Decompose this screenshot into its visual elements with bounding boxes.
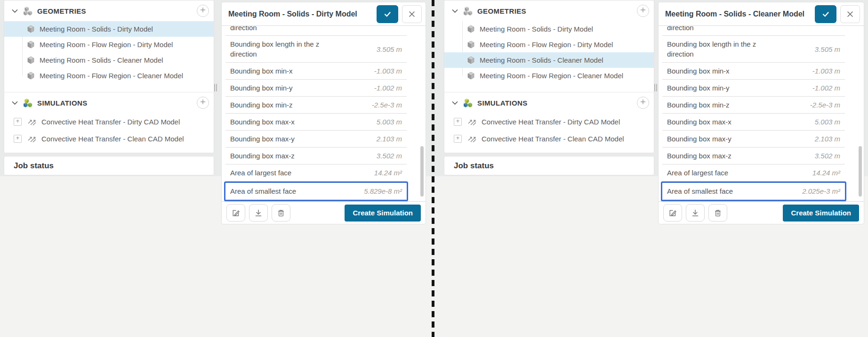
add-simulation-button[interactable]	[197, 97, 209, 109]
tree-item-label: Convective Heat Transfer - Clean CAD Mod…	[41, 135, 184, 143]
tree-section-simulations[interactable]: SIMULATIONS	[444, 92, 654, 113]
scrollbar-thumb[interactable]	[420, 146, 424, 197]
confirm-button[interactable]	[377, 5, 398, 23]
property-row: Bounding box max-x 5.003 m	[662, 114, 845, 131]
expand-plus-icon[interactable]: +	[454, 135, 462, 143]
delete-button[interactable]	[708, 204, 727, 222]
property-row: Bounding box max-z 3.502 m	[662, 148, 845, 164]
trash-icon	[714, 209, 722, 217]
property-row: Bounding box max-y 2.103 m	[662, 131, 845, 148]
tree-section-geometries[interactable]: GEOMETRIES	[444, 0, 654, 21]
edit-icon	[668, 209, 677, 217]
panel-resize-handle[interactable]	[654, 84, 657, 91]
property-row: Area of largest face 14.24 m²	[225, 164, 407, 181]
scene-tree-panel: GEOMETRIES Meeting Room - Solids - Dirty…	[4, 0, 214, 153]
cube-icon	[27, 41, 35, 49]
tree-item-geometry[interactable]: Meeting Room - Solids - Cleaner Model	[444, 52, 654, 68]
heat-transfer-icon	[467, 117, 477, 126]
create-simulation-button[interactable]: Create Simulation	[783, 205, 859, 222]
add-simulation-button[interactable]	[637, 97, 649, 109]
tree-item-label: Meeting Room - Solids - Cleaner Model	[40, 56, 163, 64]
highlighted-property-row: Area of smallest face 5.829e-8 m²	[225, 183, 407, 200]
delete-button[interactable]	[272, 204, 290, 222]
tree-item-simulation[interactable]: + Convective Heat Transfer - Clean CAD M…	[444, 130, 654, 147]
right-comparison-pane: GEOMETRIES Meeting Room - Solids - Dirty…	[434, 0, 868, 337]
tree-item-geometry[interactable]: Meeting Room - Flow Region - Dirty Model	[4, 37, 214, 52]
heat-transfer-icon	[27, 117, 37, 126]
tree-item-geometry[interactable]: Meeting Room - Flow Region - Dirty Model	[444, 37, 654, 52]
cube-icon	[467, 72, 475, 80]
property-row: Area of largest face 14.24 m²	[662, 164, 845, 181]
property-row: Bounding box max-z 3.502 m	[225, 148, 407, 164]
edit-button[interactable]	[226, 204, 245, 222]
simulations-cubes-icon	[464, 99, 473, 107]
property-row: Bounding box min-y -1.002 m	[225, 80, 407, 97]
tree-item-geometry[interactable]: Meeting Room - Solids - Dirty Model	[444, 21, 654, 37]
close-icon	[847, 11, 853, 17]
geometry-properties-panel: Meeting Room - Solids - Cleaner Model di…	[658, 2, 864, 224]
property-row: Bounding box min-x -1.003 m	[225, 63, 407, 80]
property-row-clipped: direction	[662, 26, 845, 36]
job-status-title: Job status	[444, 161, 494, 171]
property-row: Bounding box min-y -1.002 m	[662, 80, 845, 97]
close-button[interactable]	[402, 5, 422, 23]
download-button[interactable]	[249, 204, 268, 222]
chevron-down-icon[interactable]	[12, 9, 18, 13]
tree-item-label: Meeting Room - Solids - Dirty Model	[40, 25, 153, 33]
geometry-properties-panel: Meeting Room - Solids - Dirty Model dire…	[221, 2, 426, 224]
close-icon	[409, 11, 415, 17]
property-row: Bounding box length in the z direction 3…	[225, 36, 407, 63]
property-row: Bounding box min-x -1.003 m	[662, 63, 845, 80]
job-status-title: Job status	[4, 161, 54, 171]
job-status-panel: Job status	[4, 156, 214, 175]
edit-button[interactable]	[663, 204, 682, 222]
property-row: Bounding box min-z -2.5e-3 m	[662, 97, 845, 114]
highlighted-property-row: Area of smallest face 2.025e-3 m²	[662, 183, 845, 200]
download-icon	[254, 209, 263, 217]
tree-item-label: Meeting Room - Flow Region - Dirty Model	[480, 41, 613, 49]
heat-transfer-icon	[27, 134, 37, 143]
comparison-dashed-divider	[432, 0, 434, 337]
create-simulation-button[interactable]: Create Simulation	[345, 205, 421, 222]
tree-section-simulations[interactable]: SIMULATIONS	[4, 92, 214, 113]
add-geometry-button[interactable]	[637, 5, 649, 17]
tree-item-simulation[interactable]: + Convective Heat Transfer - Dirty CAD M…	[4, 113, 214, 130]
edit-icon	[232, 209, 240, 217]
trash-icon	[277, 209, 285, 217]
tree-item-label: Meeting Room - Flow Region - Cleaner Mod…	[480, 72, 623, 80]
expand-plus-icon[interactable]: +	[14, 135, 22, 143]
add-geometry-button[interactable]	[197, 5, 209, 17]
job-status-panel: Job status	[444, 156, 654, 175]
tree-section-geometries[interactable]: GEOMETRIES	[4, 0, 214, 21]
cube-icon	[467, 41, 475, 49]
cube-icon	[467, 56, 475, 64]
heat-transfer-icon	[467, 134, 477, 143]
section-label: SIMULATIONS	[477, 99, 637, 107]
panel-title: Meeting Room - Solids - Cleaner Model	[665, 10, 811, 18]
tree-item-geometry[interactable]: Meeting Room - Flow Region - Cleaner Mod…	[444, 68, 654, 83]
chevron-down-icon[interactable]	[452, 101, 458, 105]
section-label: SIMULATIONS	[37, 99, 197, 107]
close-button[interactable]	[840, 5, 860, 23]
panel-resize-handle[interactable]	[214, 84, 217, 91]
simulations-cubes-icon	[24, 99, 32, 107]
geometries-cubes-icon	[464, 7, 473, 16]
scrollbar-thumb[interactable]	[859, 146, 862, 197]
tree-item-geometry[interactable]: Meeting Room - Flow Region - Cleaner Mod…	[4, 68, 214, 83]
expand-plus-icon[interactable]: +	[14, 118, 22, 126]
tree-item-label: Meeting Room - Flow Region - Cleaner Mod…	[40, 72, 183, 80]
tree-item-simulation[interactable]: + Convective Heat Transfer - Dirty CAD M…	[444, 113, 654, 130]
download-button[interactable]	[686, 204, 705, 222]
confirm-button[interactable]	[815, 5, 836, 23]
panel-title: Meeting Room - Solids - Dirty Model	[228, 10, 373, 18]
tree-item-label: Convective Heat Transfer - Dirty CAD Mod…	[41, 118, 180, 126]
tree-item-label: Convective Heat Transfer - Clean CAD Mod…	[482, 135, 624, 143]
tree-item-geometry[interactable]: Meeting Room - Solids - Dirty Model	[4, 21, 214, 37]
chevron-down-icon[interactable]	[12, 101, 18, 105]
properties-list: direction Bounding box length in the z d…	[222, 26, 426, 201]
chevron-down-icon[interactable]	[452, 9, 458, 13]
tree-item-simulation[interactable]: + Convective Heat Transfer - Clean CAD M…	[4, 130, 214, 147]
check-icon	[384, 10, 391, 18]
expand-plus-icon[interactable]: +	[454, 118, 462, 126]
tree-item-geometry[interactable]: Meeting Room - Solids - Cleaner Model	[4, 52, 214, 68]
